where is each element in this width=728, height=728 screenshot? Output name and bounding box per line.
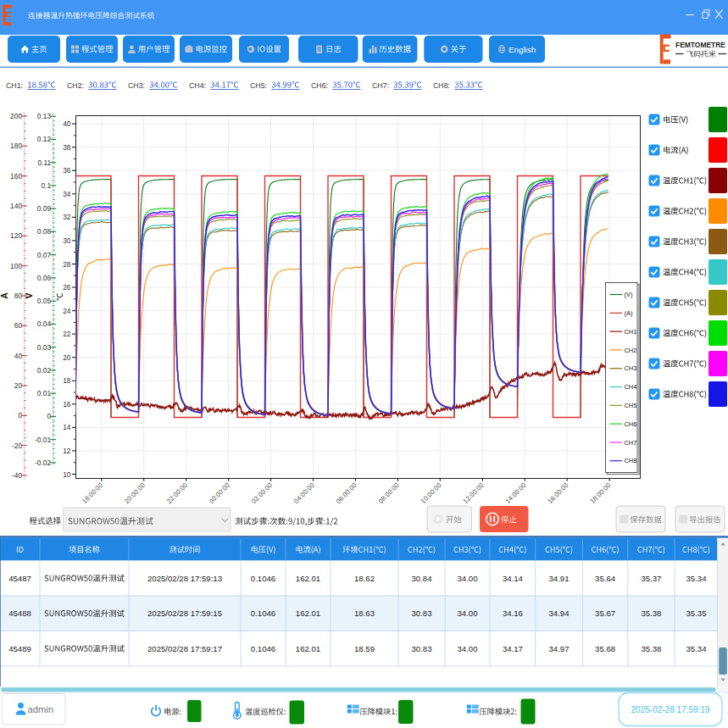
svg-text:36: 36 [63, 166, 71, 175]
svg-text:26: 26 [63, 283, 71, 292]
svg-text:34.91: 34.91 [548, 574, 569, 583]
svg-text:34.17: 34.17 [503, 644, 523, 653]
svg-text:0.03: 0.03 [37, 343, 52, 352]
svg-text:162.01: 162.01 [296, 574, 320, 583]
svg-text:40: 40 [63, 119, 71, 128]
svg-text:English: English [508, 45, 536, 54]
svg-text:CH7: CH7 [625, 439, 637, 447]
svg-text:0.1: 0.1 [41, 181, 51, 190]
svg-text:120: 120 [10, 231, 22, 240]
svg-text:34: 34 [63, 190, 71, 198]
svg-text:180: 180 [10, 142, 22, 150]
svg-text:30.84: 30.84 [411, 574, 432, 583]
svg-text:28: 28 [63, 260, 71, 269]
svg-text:200: 200 [10, 112, 22, 120]
svg-text:CH7:: CH7: [372, 81, 389, 90]
svg-text:0.04: 0.04 [37, 320, 52, 328]
svg-text:35.34: 35.34 [686, 574, 707, 583]
svg-text:10: 10 [63, 470, 71, 479]
svg-text:38: 38 [63, 143, 71, 152]
svg-text:CH1:: CH1: [6, 81, 23, 90]
svg-text:admin: admin [28, 704, 54, 714]
svg-text:34.16: 34.16 [503, 609, 523, 618]
svg-text:40: 40 [14, 352, 23, 360]
svg-text:0: 0 [18, 411, 22, 420]
svg-text:FEMTOMETRE: FEMTOMETRE [675, 40, 726, 49]
svg-text:2025/02/28 17:59:15: 2025/02/28 17:59:15 [147, 609, 222, 618]
svg-text:0.06: 0.06 [37, 274, 52, 282]
svg-text:CH2: CH2 [625, 347, 637, 354]
svg-text:CH3: CH3 [625, 364, 637, 372]
svg-text:2025-02-28 17:59:19: 2025-02-28 17:59:19 [631, 705, 710, 714]
svg-text:35.67: 35.67 [595, 609, 615, 618]
svg-text:34.00: 34.00 [457, 644, 477, 653]
svg-text:CH6: CH6 [625, 420, 637, 428]
svg-text:60: 60 [14, 321, 23, 330]
svg-text:0.07: 0.07 [37, 251, 52, 259]
svg-text:18: 18 [63, 376, 71, 385]
svg-text:0.05: 0.05 [37, 297, 52, 305]
svg-text:V: V [24, 292, 34, 298]
svg-text:45488: 45488 [8, 609, 31, 618]
svg-text:-0.02: -0.02 [35, 458, 51, 467]
svg-text:100: 100 [10, 262, 22, 270]
svg-text:0.12: 0.12 [37, 135, 52, 143]
svg-text:22: 22 [63, 330, 71, 338]
svg-text:45489: 45489 [8, 644, 31, 653]
svg-text:0.02: 0.02 [37, 366, 52, 375]
svg-text:12: 12 [63, 447, 71, 455]
svg-text:34.00: 34.00 [457, 609, 477, 618]
svg-text:30: 30 [63, 236, 71, 245]
svg-text:0.11: 0.11 [37, 158, 51, 167]
svg-text:CH1: CH1 [625, 328, 637, 336]
svg-text:0: 0 [47, 412, 51, 420]
svg-text:80: 80 [14, 292, 23, 300]
svg-text:0.01: 0.01 [37, 389, 52, 397]
svg-text:35.38: 35.38 [641, 644, 661, 653]
svg-text:45487: 45487 [8, 574, 31, 583]
svg-text:35.68: 35.68 [595, 644, 615, 653]
svg-text:18.62: 18.62 [354, 574, 375, 583]
svg-text:CH6:: CH6: [311, 81, 328, 90]
svg-text:CH8:: CH8: [433, 81, 450, 90]
svg-text:18.63: 18.63 [354, 609, 375, 618]
svg-text:-40: -40 [12, 471, 22, 480]
svg-text:CH5: CH5 [625, 402, 637, 409]
svg-text:18.59: 18.59 [354, 644, 375, 653]
svg-text:34.14: 34.14 [503, 574, 524, 583]
svg-text:2025/02/28 17:59:13: 2025/02/28 17:59:13 [147, 574, 222, 583]
svg-text:30.83: 30.83 [411, 609, 431, 618]
svg-text:140: 140 [10, 202, 22, 210]
svg-text:34.94: 34.94 [548, 609, 570, 618]
svg-text:30.83: 30.83 [411, 644, 431, 653]
svg-text:CH4:: CH4: [189, 81, 206, 90]
svg-text:0.09: 0.09 [37, 204, 52, 213]
svg-text:-0.01: -0.01 [35, 436, 51, 444]
svg-text:0.13: 0.13 [37, 112, 52, 120]
svg-text:24: 24 [63, 307, 71, 315]
svg-text:35.34: 35.34 [686, 644, 707, 653]
svg-text:A: A [0, 292, 9, 299]
svg-text:14: 14 [63, 423, 71, 431]
svg-text:35.38: 35.38 [641, 609, 661, 618]
svg-text:34.00: 34.00 [457, 574, 477, 583]
svg-text:CH5:: CH5: [250, 81, 267, 90]
svg-text:35.35: 35.35 [686, 609, 706, 618]
svg-text:(A): (A) [625, 309, 633, 317]
svg-text:CH8: CH8 [625, 457, 637, 464]
svg-text:16: 16 [63, 400, 71, 408]
svg-text:0.1046: 0.1046 [251, 609, 275, 618]
svg-text:20: 20 [14, 381, 23, 390]
svg-text:160: 160 [10, 172, 22, 181]
svg-text:CH2:: CH2: [67, 81, 84, 90]
svg-text:34.97: 34.97 [548, 644, 569, 653]
svg-text:-20: -20 [12, 442, 22, 450]
svg-text:2025/02/28 17:59:17: 2025/02/28 17:59:17 [147, 644, 222, 653]
svg-text:0.08: 0.08 [37, 227, 52, 236]
svg-text:0.1046: 0.1046 [251, 574, 275, 583]
svg-text:(V): (V) [625, 291, 633, 298]
svg-text:CH3:: CH3: [128, 81, 145, 90]
svg-text:162.01: 162.01 [296, 609, 320, 618]
svg-text:35.37: 35.37 [641, 574, 661, 583]
svg-text:32: 32 [63, 213, 71, 221]
